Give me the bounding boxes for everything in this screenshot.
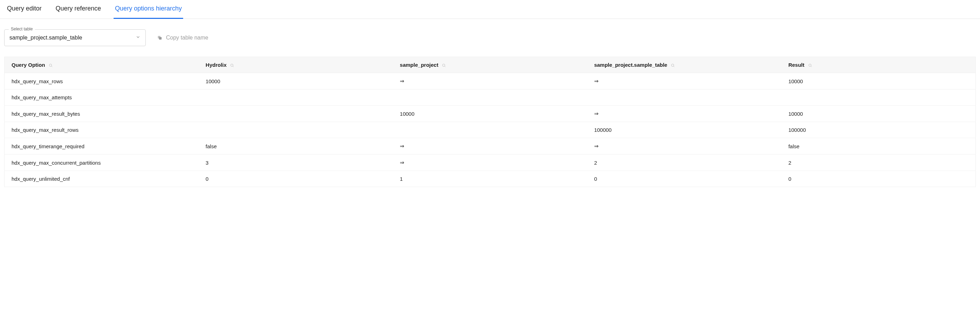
cell-result: 10000 [781,73,976,89]
tab-query-editor[interactable]: Query editor [6,0,43,19]
svg-point-6 [442,64,445,67]
cell-hydrolix [199,89,393,106]
table-header-row: Query Option Hydrolix [5,57,976,73]
cell-sample-project: 1 [393,171,587,187]
query-options-table: Query Option Hydrolix [4,57,976,187]
cell-sample-project: 10000 [393,106,587,122]
table-row: hdx_query_max_result_rows 100000 100000 [5,122,976,138]
table-body: hdx_query_max_rows 10000 ⇒ ⇒ 10000 hdx_q… [5,73,976,187]
controls-row: Select table sample_project.sample_table… [0,19,980,57]
col-header-sample-project[interactable]: sample_project [393,57,587,73]
cell-sample-project [393,122,587,138]
svg-line-9 [674,66,675,67]
cell-hydrolix: false [199,138,393,154]
cell-result: false [781,138,976,154]
cell-hydrolix: 3 [199,154,393,171]
col-header-hydrolix[interactable]: Hydrolix [199,57,393,73]
cell-result: 2 [781,154,976,171]
search-icon[interactable] [49,63,53,67]
cell-sample-project: ⇒ [393,154,587,171]
cell-sample-table [587,89,781,106]
chevron-down-icon [135,35,140,41]
cell-option: hdx_query_unlimited_cnf [5,171,199,187]
col-header-query-option-label: Query Option [11,62,45,68]
svg-point-2 [49,64,52,67]
table-container: Query Option Hydrolix [0,57,980,187]
cell-hydrolix: 10000 [199,73,393,89]
svg-point-10 [809,64,811,67]
svg-line-5 [233,66,234,67]
svg-point-4 [231,64,233,67]
svg-line-7 [445,66,445,67]
cell-sample-table: 100000 [587,122,781,138]
table-row: hdx_query_unlimited_cnf 0 1 0 0 [5,171,976,187]
cell-option: hdx_query_max_attempts [5,89,199,106]
cell-option: hdx_query_max_result_bytes [5,106,199,122]
cell-result: 10000 [781,106,976,122]
table-row: hdx_query_max_result_bytes 10000 ⇒ 10000 [5,106,976,122]
cell-hydrolix [199,106,393,122]
cell-option: hdx_query_max_result_rows [5,122,199,138]
cell-hydrolix [199,122,393,138]
tab-query-reference[interactable]: Query reference [54,0,102,19]
cell-sample-project [393,89,587,106]
table-select-value: sample_project.sample_table [5,30,145,46]
cell-option: hdx_query_max_rows [5,73,199,89]
cell-sample-table: ⇒ [587,106,781,122]
svg-line-3 [51,66,52,67]
cell-sample-table: 2 [587,154,781,171]
cell-sample-table: 0 [587,171,781,187]
col-header-sample-table-label: sample_project.sample_table [594,62,667,68]
cell-sample-table: ⇒ [587,73,781,89]
svg-point-8 [671,64,674,67]
col-header-sample-project-label: sample_project [400,62,438,68]
cell-result: 0 [781,171,976,187]
cell-hydrolix: 0 [199,171,393,187]
cell-result: 100000 [781,122,976,138]
search-icon[interactable] [671,63,675,67]
cell-option: hdx_query_timerange_required [5,138,199,154]
table-select-value-text: sample_project.sample_table [10,35,82,41]
cell-sample-table: ⇒ [587,138,781,154]
cell-option: hdx_query_max_concurrent_partitions [5,154,199,171]
col-header-result-label: Result [789,62,805,68]
search-icon[interactable] [442,63,446,67]
cell-sample-project: ⇒ [393,138,587,154]
table-row: hdx_query_timerange_required false ⇒ ⇒ f… [5,138,976,154]
table-select[interactable]: Select table sample_project.sample_table [4,29,146,46]
table-row: hdx_query_max_attempts [5,89,976,106]
col-header-result[interactable]: Result [781,57,976,73]
svg-line-11 [811,66,811,67]
svg-rect-1 [158,36,161,38]
table-row: hdx_query_max_concurrent_partitions 3 ⇒ … [5,154,976,171]
search-icon[interactable] [230,63,234,67]
tab-query-options-hierarchy[interactable]: Query options hierarchy [114,0,183,19]
search-icon[interactable] [808,63,812,67]
tabs-container: Query editor Query reference Query optio… [0,0,980,19]
col-header-sample-table[interactable]: sample_project.sample_table [587,57,781,73]
table-select-label: Select table [9,27,35,32]
col-header-query-option[interactable]: Query Option [5,57,199,73]
cell-sample-project: ⇒ [393,73,587,89]
copy-button-label: Copy table name [166,35,208,41]
table-row: hdx_query_max_rows 10000 ⇒ ⇒ 10000 [5,73,976,89]
copy-icon [157,35,162,41]
col-header-hydrolix-label: Hydrolix [205,62,226,68]
cell-result [781,89,976,106]
copy-table-name-button[interactable]: Copy table name [157,35,208,41]
